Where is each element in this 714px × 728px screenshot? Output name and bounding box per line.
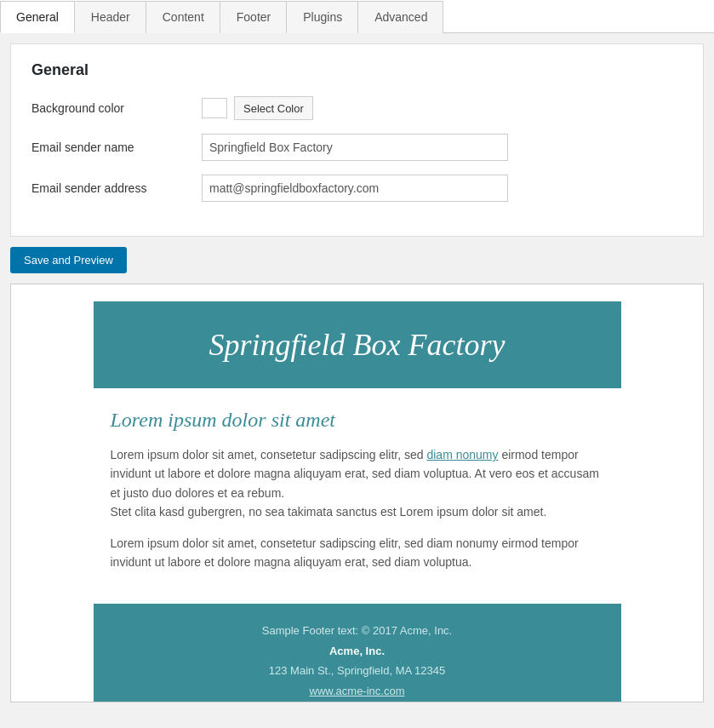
select-color-button[interactable]: Select Color xyxy=(234,96,313,120)
color-select-wrap: Select Color xyxy=(202,96,313,120)
footer-line2: Acme, Inc. xyxy=(329,645,385,657)
tab-header[interactable]: Header xyxy=(75,1,146,33)
email-footer: Sample Footer text: © 2017 Acme, Inc. Ac… xyxy=(94,604,621,702)
preview-wrap: Springfield Box Factory Lorem ipsum dolo… xyxy=(10,284,704,702)
action-bar: Save and Preview xyxy=(10,247,704,273)
email-sender-name-row: Email sender name xyxy=(31,134,683,161)
background-color-row: Background color Select Color xyxy=(31,96,683,120)
email-body-paragraph2: Stet clita kasd gubergren, no sea takima… xyxy=(111,505,547,519)
email-body-paragraph1: Lorem ipsum dolor sit amet, consetetur s… xyxy=(111,445,604,522)
email-body: Lorem ipsum dolor sit amet Lorem ipsum d… xyxy=(94,388,621,604)
email-header: Springfield Box Factory xyxy=(94,301,621,388)
email-body-paragraph3: Lorem ipsum dolor sit amet, consetetur s… xyxy=(111,534,604,572)
color-swatch xyxy=(202,98,227,118)
tab-advanced[interactable]: Advanced xyxy=(358,1,443,33)
email-preview: Springfield Box Factory Lorem ipsum dolo… xyxy=(94,301,621,702)
tab-plugins[interactable]: Plugins xyxy=(287,1,358,33)
tab-footer[interactable]: Footer xyxy=(220,1,287,33)
diam-nonumy-link[interactable]: diam nonumy xyxy=(426,448,498,461)
preview-inner[interactable]: Springfield Box Factory Lorem ipsum dolo… xyxy=(11,284,703,702)
email-sender-address-label: Email sender address xyxy=(31,181,202,195)
email-footer-text: Sample Footer text: © 2017 Acme, Inc. Ac… xyxy=(111,621,604,701)
panel-title: General xyxy=(31,61,683,79)
footer-line3: 123 Main St., Springfield, MA 12345 xyxy=(269,664,445,677)
email-sender-name-input[interactable] xyxy=(202,134,508,161)
tab-general[interactable]: General xyxy=(0,1,75,33)
save-preview-button[interactable]: Save and Preview xyxy=(10,247,127,273)
footer-line1: Sample Footer text: © 2017 Acme, Inc. xyxy=(262,624,452,637)
background-color-label: Background color xyxy=(31,101,202,115)
email-sender-address-row: Email sender address xyxy=(31,175,683,202)
email-header-title: Springfield Box Factory xyxy=(111,327,604,363)
email-sender-name-label: Email sender name xyxy=(31,140,202,154)
email-sender-address-input[interactable] xyxy=(202,175,508,202)
settings-panel: General Background color Select Color Em… xyxy=(10,43,704,237)
email-body-heading: Lorem ipsum dolor sit amet xyxy=(111,409,604,432)
tabs-bar: General Header Content Footer Plugins Ad… xyxy=(0,0,714,33)
footer-link[interactable]: www.acme-inc.com xyxy=(310,685,405,697)
tab-content[interactable]: Content xyxy=(146,1,220,33)
